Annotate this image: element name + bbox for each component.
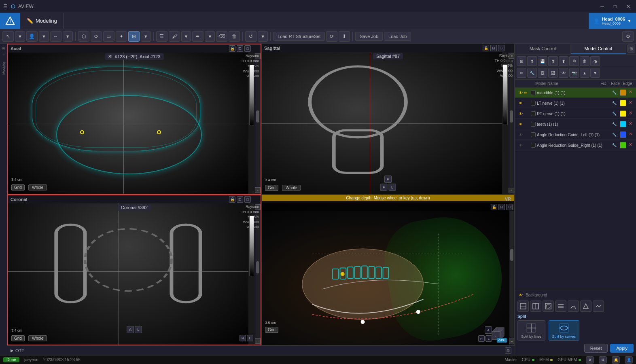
panel-expand-btn[interactable]: ⊞ (627, 44, 635, 53)
model-tb-invert[interactable]: ◑ (590, 56, 600, 66)
model-tb-edit[interactable]: ✏ (517, 68, 526, 78)
sagittal-orient-f[interactable]: F (380, 184, 388, 191)
tool-rect[interactable]: ▭ (103, 31, 114, 42)
vr-ctrl-lock[interactable]: 🔒 (491, 204, 497, 210)
model-eye-mandible[interactable]: 👁 (517, 89, 524, 96)
restore-button[interactable]: □ (611, 3, 619, 10)
model-item-angle-right[interactable]: 👁 Angle Reduction Guide_Right (1) (1) 🔧 … (515, 140, 636, 150)
model-fix-rt-nerve[interactable]: 🔧 (609, 112, 619, 116)
user-dropdown-icon[interactable]: ▼ (628, 19, 631, 23)
axial-ctrl-lock[interactable]: 🔒 (229, 45, 235, 52)
model-tb-new[interactable]: ⊞ (517, 56, 526, 66)
tool-move-dropdown[interactable]: ▼ (63, 31, 73, 42)
status-settings[interactable]: ⚙ (599, 356, 607, 364)
model-tb-tri-up[interactable]: ▲ (580, 68, 589, 78)
coronal-orient-p2[interactable]: L (135, 326, 142, 333)
status-monitor[interactable]: 🖥 (586, 356, 594, 364)
tool-eraser[interactable]: ⌫ (216, 31, 227, 42)
model-tb-copy[interactable]: ⧉ (569, 56, 579, 66)
background-eye[interactable]: 👁 (517, 292, 524, 298)
model-checkbox-mandible[interactable] (531, 90, 536, 95)
side-icon-grid[interactable]: ⊞ (1, 45, 6, 51)
model-tb-save[interactable]: 💾 (538, 56, 547, 66)
model-item-mandible[interactable]: 👁 ✏ mandible (1) (1) 🔧 ✕ (515, 88, 636, 98)
model-checkbox-teeth[interactable] (531, 122, 536, 127)
hamburger-icon[interactable]: ☰ (3, 4, 8, 9)
sagittal-viewport[interactable]: Sagittal 🔒 ⊡ □ Sagittal #87 (261, 44, 515, 195)
sagittal-scroll-down[interactable]: − (509, 188, 514, 193)
tool-arrow[interactable]: ↖ (2, 31, 14, 42)
coronal-ctrl-copy[interactable]: ⊡ (237, 196, 243, 203)
model-eye-lt-nerve[interactable]: 👁 (517, 100, 524, 106)
otf-expand[interactable]: ⊞ (505, 347, 511, 354)
close-button[interactable]: ✕ (624, 3, 633, 10)
split-icon-4[interactable] (555, 301, 566, 312)
sagittal-orient-l[interactable]: L (389, 184, 396, 191)
split-icon-3[interactable] (543, 301, 554, 312)
tool-3d[interactable]: ⬡ (78, 31, 89, 42)
tool-settings-dropdown[interactable]: ▼ (258, 31, 268, 42)
model-eye-teeth[interactable]: 👁 (517, 121, 524, 127)
axial-ctrl-expand[interactable]: □ (244, 45, 251, 52)
axial-scroll-down[interactable]: − (255, 187, 261, 193)
user-panel[interactable]: 👤 Head_0006 Head_0006 ▼ (589, 13, 636, 29)
model-tb-import[interactable]: ⬆ (527, 56, 537, 66)
vr-scroll-down[interactable]: − (509, 339, 515, 344)
vr-viewport[interactable]: Change depth: Mouse wheel or key (up, do… (261, 195, 515, 345)
sagittal-scroll-track[interactable] (510, 59, 513, 187)
model-tb-tri-down[interactable]: ▼ (590, 68, 600, 78)
tool-pen-dropdown[interactable]: ▼ (205, 31, 215, 42)
vr-ctrl-copy[interactable]: ⊡ (498, 204, 505, 210)
sagittal-ctrl-copy[interactable]: ⊡ (490, 45, 497, 51)
apply-button[interactable]: Apply (610, 344, 634, 353)
sagittal-ctrl-lock[interactable]: 🔒 (483, 45, 489, 51)
sagittal-ctrl-expand[interactable]: □ (498, 45, 505, 51)
model-tb-view[interactable]: 👁 (559, 68, 568, 78)
split-by-lines-button[interactable]: Split by lines (517, 320, 545, 341)
model-item-rt-nerve[interactable]: 👁 RT nerve (1) (1) 🔧 ✕ (515, 109, 636, 119)
tool-grid4-dropdown[interactable]: ▼ (141, 31, 151, 42)
model-checkbox-rt-nerve[interactable] (531, 111, 536, 116)
split-by-curves-button[interactable]: Split by curves (549, 320, 580, 341)
model-checkbox-angle-left[interactable] (531, 132, 536, 137)
tab-model-control[interactable]: Model Control (571, 44, 627, 54)
tool-star[interactable]: ✦ (116, 31, 127, 42)
vr-scroll-track[interactable] (510, 210, 513, 338)
axial-viewport[interactable]: Axial 🔒 ⊡ □ SL #123 (H2F), Axial #123 (7, 44, 261, 195)
tool-download[interactable]: ⬇ (339, 31, 350, 42)
model-tb-image[interactable]: 🖼 (538, 68, 547, 78)
model-delete-angle-left[interactable]: ✕ (627, 131, 634, 138)
model-fix-mandible[interactable]: 🔧 (609, 91, 619, 95)
model-delete-rt-nerve[interactable]: ✕ (627, 110, 634, 117)
tool-arrow-dropdown[interactable]: ▼ (15, 31, 25, 42)
vr-orient-h[interactable]: H (478, 335, 485, 342)
model-pencil-mandible[interactable]: ✏ (524, 91, 530, 95)
model-eye-angle-left[interactable]: 👁 (517, 131, 524, 138)
coronal-grid-button[interactable]: Grid (11, 335, 25, 341)
status-bell[interactable]: 🔔 (612, 356, 620, 364)
axial-ctrl-copy[interactable]: ⊡ (237, 45, 243, 52)
model-checkbox-lt-nerve[interactable] (531, 101, 536, 106)
sagittal-whole-button[interactable]: Whole (282, 185, 301, 191)
minimize-button[interactable]: ─ (598, 3, 606, 10)
vr-scrollbar[interactable]: + − (509, 203, 514, 345)
model-delete-lt-nerve[interactable]: ✕ (627, 100, 634, 106)
model-fix-angle-right[interactable]: 🔧 (609, 143, 619, 147)
split-icon-7[interactable] (593, 301, 604, 312)
model-fix-angle-left[interactable]: 🔧 (609, 133, 619, 137)
side-icon-arrow[interactable]: → (1, 52, 6, 57)
tool-user[interactable]: 👤 (26, 31, 38, 42)
coronal-viewport[interactable]: Coronal 🔒 ⊡ □ Coronal #382 (7, 195, 261, 345)
model-item-teeth[interactable]: 👁 teeth (1) (1) 🔧 ✕ (515, 119, 636, 129)
split-icon-1[interactable] (517, 301, 529, 312)
save-job-button[interactable]: Save Job (355, 32, 383, 41)
tool-sync[interactable]: ⟳ (91, 31, 102, 42)
reset-button[interactable]: Reset (584, 344, 608, 353)
model-tb-image2[interactable]: 🖼 (548, 68, 558, 78)
model-eye-rt-nerve[interactable]: 👁 (517, 110, 524, 117)
model-tb-camera[interactable]: 📷 (569, 68, 579, 78)
vr-grid-button[interactable]: Grid (265, 327, 278, 333)
tool-refresh2[interactable]: ⟳ (326, 31, 337, 42)
coronal-whole-button[interactable]: Whole (28, 335, 47, 341)
model-tb-upload2[interactable]: ⬆ (559, 56, 568, 66)
